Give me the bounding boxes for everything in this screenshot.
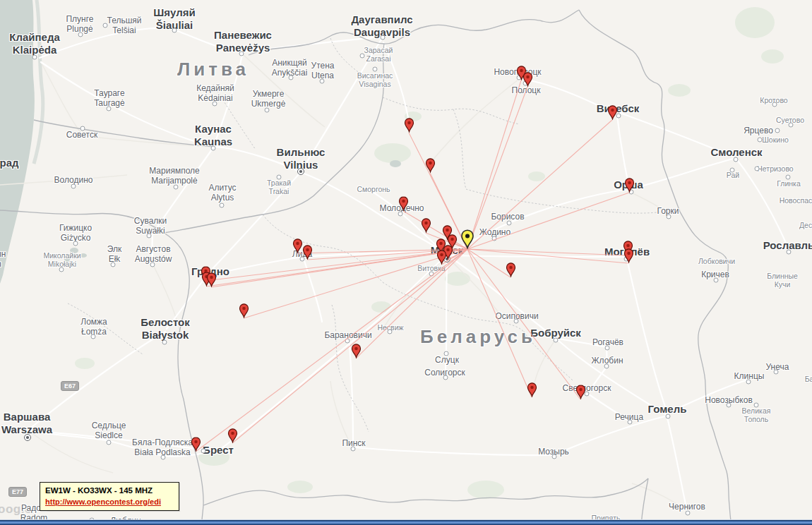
contact-marker[interactable] (506, 262, 516, 277)
station-marker[interactable] (460, 229, 474, 249)
qso-line (232, 249, 467, 443)
contact-marker[interactable] (624, 178, 635, 193)
contact-marker[interactable] (398, 196, 409, 211)
qso-line (467, 249, 532, 397)
contact-marker[interactable] (206, 272, 217, 287)
contact-marker[interactable] (436, 250, 447, 265)
qso-line (356, 249, 467, 358)
contact-marker[interactable] (292, 239, 303, 253)
info-box: EW1W - KO33WX - 145 MHZ http://www.openc… (40, 482, 179, 511)
contact-marker[interactable] (227, 428, 238, 443)
qso-line (467, 80, 521, 249)
qso-line (467, 249, 628, 255)
info-box-title: EW1W - KO33WX - 145 MHZ (45, 486, 174, 495)
qso-line (467, 249, 580, 399)
contact-marker[interactable] (607, 105, 618, 120)
qso-line (244, 249, 467, 318)
qso-line-layer (0, 0, 812, 525)
contact-marker[interactable] (623, 248, 634, 263)
qso-line (467, 120, 612, 249)
bottom-window-edge (0, 519, 812, 525)
qso-line (205, 249, 467, 281)
map-canvas[interactable]: ЛитваБеларусьКлайпедаKlaipėdaПлунгеPlung… (0, 0, 812, 525)
google-watermark: oogle (0, 502, 32, 517)
contact-marker[interactable] (527, 382, 537, 397)
qso-line (196, 249, 467, 452)
contact-marker[interactable] (351, 344, 362, 358)
contact-marker[interactable] (523, 72, 533, 87)
qso-line (467, 193, 629, 249)
qso-line (211, 249, 467, 287)
info-box-link[interactable]: http://www.opencontest.org/edi (45, 497, 174, 506)
contact-marker[interactable] (239, 303, 249, 318)
contact-marker[interactable] (421, 218, 431, 233)
contact-marker[interactable] (302, 245, 313, 260)
contact-marker[interactable] (425, 158, 436, 173)
qso-line (467, 87, 527, 249)
qso-line (467, 249, 628, 263)
contact-marker[interactable] (191, 437, 201, 452)
contact-marker[interactable] (404, 118, 414, 133)
contact-marker[interactable] (575, 385, 586, 399)
